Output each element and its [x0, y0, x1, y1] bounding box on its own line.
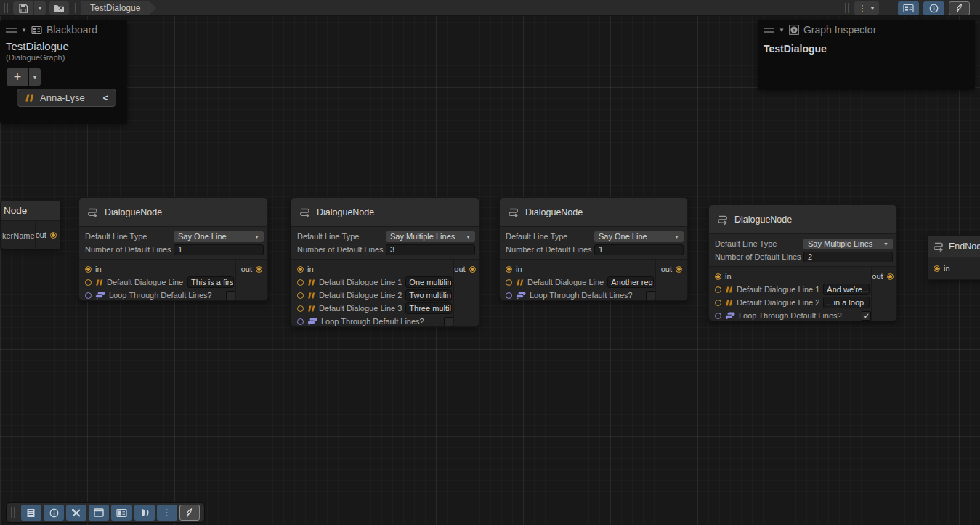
line-port-icon[interactable]: [85, 279, 92, 286]
node-dialogue-4[interactable]: DialogueNode Default Line Type Say Multi…: [708, 204, 897, 321]
line-type-dropdown[interactable]: Say Multiple Lines▼: [803, 239, 893, 249]
overlay-info-button[interactable]: [44, 505, 64, 521]
out-port-icon[interactable]: [887, 273, 894, 280]
document-lines-icon: [26, 508, 36, 518]
loop-checkbox[interactable]: [226, 291, 235, 300]
line-value-field[interactable]: And we're...: [823, 284, 870, 295]
in-port-label: in: [944, 264, 950, 273]
overlay-overflow-button[interactable]: ⋮: [157, 505, 177, 521]
overlay-quill-button[interactable]: [179, 505, 200, 521]
loop-port-icon[interactable]: [506, 292, 512, 299]
node-start-partial[interactable]: Node kerName out: [0, 200, 60, 249]
overlay-preview-button[interactable]: [134, 505, 155, 521]
loop-label: Loop Through Default Lines?: [739, 311, 858, 320]
out-port-icon[interactable]: [256, 266, 262, 273]
loop-checkbox[interactable]: [444, 317, 453, 326]
blackboard-icon: [31, 25, 42, 35]
line-value-field[interactable]: Three multilin: [405, 302, 452, 314]
save-options-button[interactable]: ▼: [34, 1, 46, 15]
drag-handle-icon[interactable]: [764, 28, 774, 33]
collapse-triangle-icon[interactable]: ▼: [779, 27, 785, 33]
line-port-icon[interactable]: [715, 300, 721, 306]
in-port-label: in: [307, 265, 314, 273]
loop-port-icon[interactable]: [715, 313, 721, 319]
line-port-icon[interactable]: [715, 286, 721, 293]
line-port-icon[interactable]: [297, 292, 304, 299]
blackboard-icon: [116, 508, 127, 518]
loop-port-icon[interactable]: [297, 318, 304, 325]
out-port-icon[interactable]: [50, 232, 57, 239]
line-type-dropdown[interactable]: Say One Line▼: [594, 231, 684, 242]
panel-title: Graph Inspector: [803, 24, 876, 36]
overlay-list-button[interactable]: [21, 505, 41, 521]
prop-label: Number of Default Lines: [297, 245, 386, 254]
node-dialogue-1[interactable]: DialogueNode Default Line Type Say One L…: [78, 197, 268, 301]
line-label: Default Dialogue Line: [107, 278, 184, 286]
node-title: EndNode: [949, 241, 980, 252]
breadcrumb-tab[interactable]: TestDialogue: [81, 1, 156, 15]
loop-bubbles-icon: [725, 312, 735, 320]
line-value-field[interactable]: This is a first: [187, 276, 234, 288]
window-icon: [94, 508, 104, 517]
toolbar-drag-handle[interactable]: [4, 3, 8, 13]
loop-port-icon[interactable]: [85, 292, 92, 299]
in-port-label: in: [516, 265, 522, 273]
blackboard-variable-anna-lyse[interactable]: Anna-Lyse <: [17, 89, 116, 107]
loop-checkbox[interactable]: [646, 291, 655, 300]
out-port-icon[interactable]: [469, 266, 476, 273]
port-label: kerName: [2, 231, 35, 240]
add-variable-options-button[interactable]: ▼: [29, 68, 41, 86]
in-port-icon[interactable]: [934, 265, 940, 272]
line-value-field[interactable]: Two multiline: [405, 289, 452, 301]
toolbar-drag-handle[interactable]: [11, 507, 15, 518]
line-type-dropdown[interactable]: Say One Line▼: [174, 231, 264, 242]
folder-open-icon: [54, 4, 65, 12]
prop-label: Default Line Type: [715, 239, 803, 248]
drag-handle-icon[interactable]: [6, 28, 17, 33]
node-dialogue-2[interactable]: DialogueNode Default Line Type Say Multi…: [291, 197, 479, 327]
in-port-icon[interactable]: [85, 266, 92, 273]
line-value-field[interactable]: One multiline: [405, 276, 452, 288]
loop-checkbox-checked[interactable]: ✓: [862, 311, 871, 321]
line-port-icon[interactable]: [297, 279, 304, 286]
collapse-triangle-icon[interactable]: ▼: [21, 27, 27, 33]
overlay-tools-button[interactable]: [66, 505, 86, 521]
chevron-down-icon: ▼: [466, 234, 471, 239]
node-end[interactable]: EndNode in: [928, 235, 980, 280]
prop-label: Number of Default Lines: [506, 245, 594, 254]
inspector-header[interactable]: ▼ Graph Inspector: [758, 20, 975, 39]
node-dialogue-3[interactable]: DialogueNode Default Line Type Say One L…: [499, 197, 688, 301]
add-variable-button[interactable]: +: [7, 68, 28, 86]
num-lines-field[interactable]: 3: [386, 244, 475, 255]
graph-inspector-panel: ▼ Graph Inspector TestDialogue: [758, 20, 975, 90]
blackboard-header[interactable]: ▼ Blackboard: [0, 20, 127, 39]
overflow-menu-button[interactable]: ⋮ ▼: [854, 1, 879, 15]
flow-icon: [932, 241, 944, 252]
out-port-icon[interactable]: [676, 266, 682, 273]
chevron-left-icon[interactable]: <: [102, 92, 108, 103]
toolbar-drag-handle[interactable]: [845, 3, 849, 13]
overlay-window-button[interactable]: [89, 505, 109, 521]
line-port-icon[interactable]: [297, 305, 304, 312]
overflow-dots-icon: ⋮: [163, 508, 171, 518]
num-lines-field[interactable]: 1: [174, 244, 264, 255]
chevron-down-icon: ▼: [254, 234, 259, 239]
line-port-icon[interactable]: [506, 279, 512, 286]
save-button[interactable]: [13, 1, 33, 15]
toolbar-drag-handle[interactable]: [75, 3, 78, 13]
toggle-quill-button[interactable]: [949, 1, 970, 15]
in-port-icon[interactable]: [506, 266, 512, 273]
toolbar-drag-handle[interactable]: [888, 3, 891, 13]
open-asset-button[interactable]: [49, 1, 69, 15]
toggle-blackboard-button[interactable]: [898, 1, 919, 15]
line-type-dropdown[interactable]: Say Multiple Lines▼: [386, 231, 475, 242]
num-lines-field[interactable]: 2: [803, 252, 893, 262]
out-port-label: out: [872, 272, 883, 281]
in-port-icon[interactable]: [297, 266, 304, 273]
num-lines-field[interactable]: 1: [594, 244, 684, 255]
overlay-blackboard-button[interactable]: [111, 505, 131, 521]
line-value-field[interactable]: Another regu: [607, 276, 654, 288]
toggle-inspector-button[interactable]: [923, 1, 944, 15]
line-value-field[interactable]: ...in a loop: [823, 297, 870, 308]
in-port-icon[interactable]: [715, 273, 721, 280]
